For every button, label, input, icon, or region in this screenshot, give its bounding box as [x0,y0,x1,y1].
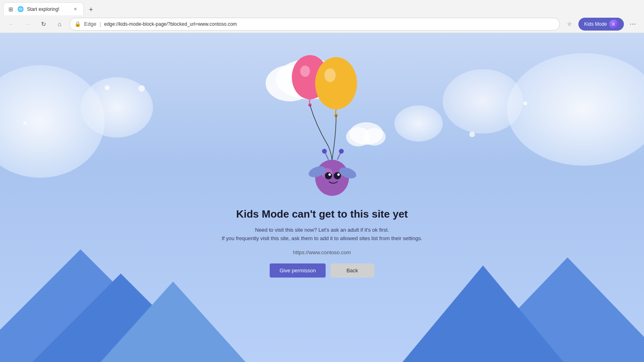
svg-point-14 [334,172,341,179]
tab-close-button[interactable]: ✕ [72,6,78,12]
browser-frame: ⊞ 🌐 Start exploring! ✕ + ← → ↻ ⌂ 🔒 Edge … [0,0,644,362]
new-tab-button[interactable]: + [85,4,97,15]
menu-button[interactable]: ⋯ [626,18,639,31]
forward-button[interactable]: → [21,18,34,31]
illustration [258,45,386,198]
cloud-right-small [394,105,443,142]
error-title: Kids Mode can't get to this site yet [201,208,443,220]
tab-manager-icon[interactable]: ⊞ [8,6,13,12]
lock-icon: 🔒 [74,21,81,27]
svg-point-7 [324,68,336,82]
svg-point-20 [339,149,344,154]
blocked-url: https://www.contoso.com [201,249,443,255]
dot-1 [105,85,109,90]
kids-avatar: K [609,20,618,29]
svg-point-9 [315,160,349,196]
address-url: edge://kids-mode-block-page/?blocked_url… [104,21,237,27]
error-desc-line2: If you frequently visit this site, ask t… [201,234,443,243]
svg-line-17 [325,153,328,160]
toolbar-right: ☆ Kids Mode K ⋯ [563,18,639,31]
tab-bar: ⊞ 🌐 Start exploring! ✕ + [0,0,644,15]
toolbar: ← → ↻ ⌂ 🔒 Edge | edge://kids-mode-block-… [0,15,644,33]
dot-3 [469,132,475,137]
balloon-scene-svg [258,45,386,198]
page-content: Kids Mode can't get to this site yet Nee… [0,33,644,362]
tab-label: Start exploring! [27,6,69,12]
svg-point-18 [322,149,327,154]
kids-mode-label: Kids Mode [584,21,607,27]
edge-label: Edge [84,21,96,27]
error-description: Need to visit this site now? Let's ask a… [201,226,443,243]
dot-5 [138,85,145,92]
dot-4 [523,101,527,105]
tab-favicon: 🌐 [17,6,24,12]
back-button[interactable]: ← [5,18,18,31]
active-tab[interactable]: ⊞ 🌐 Start exploring! ✕ [3,2,84,15]
svg-point-13 [325,172,332,179]
favorites-button[interactable]: ☆ [563,18,576,31]
svg-point-15 [328,173,331,176]
kids-mode-button[interactable]: Kids Mode K [578,18,624,31]
address-separator: | [99,21,101,27]
error-desc-line1: Need to visit this site now? Let's ask a… [201,226,443,234]
address-bar[interactable]: 🔒 Edge | edge://kids-mode-block-page/?bl… [69,18,560,31]
mountain-right-2 [402,265,564,362]
cloud-right-medium [443,69,523,134]
svg-point-16 [337,173,340,176]
cloud-right-large [507,53,644,166]
refresh-button[interactable]: ↻ [37,18,50,31]
svg-point-23 [363,128,386,146]
home-button[interactable]: ⌂ [53,18,66,31]
svg-point-6 [315,57,357,109]
dot-2 [23,121,27,125]
svg-point-4 [300,66,310,77]
svg-line-19 [337,153,341,160]
mountains [0,257,644,362]
mountain-left-3 [101,282,246,362]
